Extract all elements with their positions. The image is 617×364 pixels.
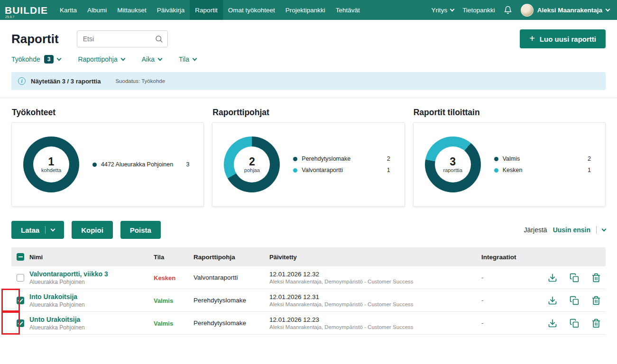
report-link[interactable]: Valvontaraportti, viikko 3 [29,270,149,278]
row-updated-cell: 12.01.2026 12.23 Aleksi Maanrakentaja, D… [269,316,481,330]
legend-value: 1 [588,167,594,173]
row-integrations-cell: - [481,319,534,327]
nav-item-tehtavat[interactable]: Tehtävät [331,0,365,20]
filter-tila-label: Tila [179,55,189,63]
row-checkbox[interactable] [17,274,24,282]
legend-value: 2 [387,155,393,162]
row-template-cell: Perehdytyslomake [193,319,269,327]
report-link[interactable]: Unto Urakoitsija [29,316,149,323]
select-all-checkbox[interactable] [17,253,24,261]
legend-item: Kesken 1 [494,167,594,173]
chevron-down-icon [51,227,55,231]
nav-item-albumi[interactable]: Albumi [82,0,112,20]
legend-label: Valmis [503,155,520,162]
card-title: Työkohteet [12,108,204,118]
chevron-down-icon[interactable] [602,227,607,231]
legend-dot [494,157,498,161]
filter-tyokohde-label: Työkohde [11,55,40,63]
nav-item-mittaukset[interactable]: Mittaukset [112,0,152,20]
user-name: Aleksi Maanrakentaja [537,7,602,14]
trash-icon[interactable] [591,296,601,305]
legend-item: 4472 Alueurakka Pohjoinen 3 [92,161,192,168]
card-title: Raporttipohjat [212,108,405,118]
legend-item: Perehdytyslomake 2 [293,155,393,162]
nav-item-omat-tyokohteet[interactable]: Omat työkohteet [223,0,280,20]
row-status-cell: Kesken [154,273,193,282]
trash-icon[interactable] [591,273,601,282]
download-button[interactable]: Lataa [11,221,64,239]
search-box [77,30,168,47]
row-status-cell: Valmis [154,296,193,305]
card-title: Raportit tiloittain [414,108,606,118]
nav-item-raportit[interactable]: Raportit [190,0,222,20]
updated-timestamp: 12.01.2026 12.32 [269,271,481,278]
donut-chart-raportit-tiloittain: 3 raporttia [425,136,481,192]
chevron-down-icon [57,56,62,61]
main-nav: Kartta Albumi Mittaukset Päiväkirja Rapo… [55,0,365,20]
filter-raporttipohja[interactable]: Raporttipohja [78,55,124,63]
report-site: Alueurakka Pohjoinen [29,279,149,285]
legend-value: 1 [387,167,393,173]
notifications-bell-icon[interactable] [504,6,512,14]
create-report-button[interactable]: + Luo uusi raportti [520,29,606,48]
legend: Valmis 2 Kesken 1 [494,155,594,173]
copy-icon[interactable] [570,296,579,305]
sort-value[interactable]: Uusin ensin [553,226,590,234]
logo[interactable]: BUILDIE 25.9.7 [0,0,55,20]
status-badge: Valmis [154,320,173,327]
user-menu[interactable]: Aleksi Maanrakentaja [521,4,609,17]
sort-divider [596,226,597,234]
plus-icon: + [529,34,535,43]
row-checkbox-cell [11,274,29,282]
report-link[interactable]: Into Urakoitsija [29,293,149,300]
copy-icon[interactable] [570,318,579,328]
column-header-paivitetty: Päivitetty [269,254,481,261]
chevron-down-icon [120,56,125,61]
delete-button[interactable]: Poista [120,221,161,239]
info-icon: i [18,77,26,85]
row-actions-cell [534,318,606,328]
filter-raporttipohja-label: Raporttipohja [78,55,117,63]
trash-icon[interactable] [591,318,601,328]
column-header-tila: Tila [154,254,193,261]
legend-label: 4472 Alueurakka Pohjoinen [101,161,173,168]
copy-icon[interactable] [570,273,579,282]
filter-row: Työkohde 3 Raporttipohja Aika Tila [0,54,617,70]
download-icon[interactable] [548,273,557,282]
filter-aika[interactable]: Aika [142,55,162,63]
topbar-right: Yritys Tietopankki Aleksi Maanrakentaja [431,0,617,20]
nav-item-paivakirja[interactable]: Päiväkirja [152,0,190,20]
row-integrations-cell: - [481,297,534,304]
filter-tyokohde[interactable]: Työkohde 3 [11,55,61,64]
company-menu[interactable]: Yritys [431,7,454,14]
download-icon[interactable] [548,318,557,328]
chevron-down-icon [606,7,610,11]
knowledge-bank-link[interactable]: Tietopankki [462,7,495,14]
page-header: Raportit + Luo uusi raportti [0,20,617,54]
legend-value: 2 [588,155,594,162]
donut-label: kohdetta [41,167,61,173]
donut-center: 1 kohdetta [33,146,69,182]
row-integrations-cell: - [481,274,534,281]
row-checkbox[interactable] [17,297,24,304]
filter-tila[interactable]: Tila [179,55,196,63]
legend-label: Perehdytyslomake [302,155,350,162]
filter-count-badge: 3 [44,55,54,64]
nav-item-kartta[interactable]: Kartta [55,0,82,20]
legend-dot [293,168,297,173]
row-checkbox-cell [11,319,29,327]
column-header-raporttipohja: Raporttipohja [193,254,269,261]
row-name-cell: Into Urakoitsija Alueurakka Pohjoinen [29,293,154,308]
row-name-cell: Valvontaraportti, viikko 3 Alueurakka Po… [29,270,154,285]
table-row: Unto Urakoitsija Alueurakka Pohjoinen Va… [11,312,606,335]
copy-button[interactable]: Kopioi [72,221,113,239]
nav-item-projektipankki[interactable]: Projektipankki [280,0,331,20]
card-tyokohteet: Työkohteet 1 kohdetta 4472 Alueurakka Po… [11,108,204,207]
row-updated-cell: 12.01.2026 12.31 Aleksi Maanrakentaja, D… [269,293,481,307]
row-checkbox[interactable] [17,319,24,327]
legend-dot [293,157,297,161]
app-version: 25.9.7 [5,15,14,18]
donut-chart-raporttipohjat: 2 pohjaa [224,136,280,192]
download-icon[interactable] [548,296,557,305]
legend-item: Valmis 2 [494,155,594,162]
